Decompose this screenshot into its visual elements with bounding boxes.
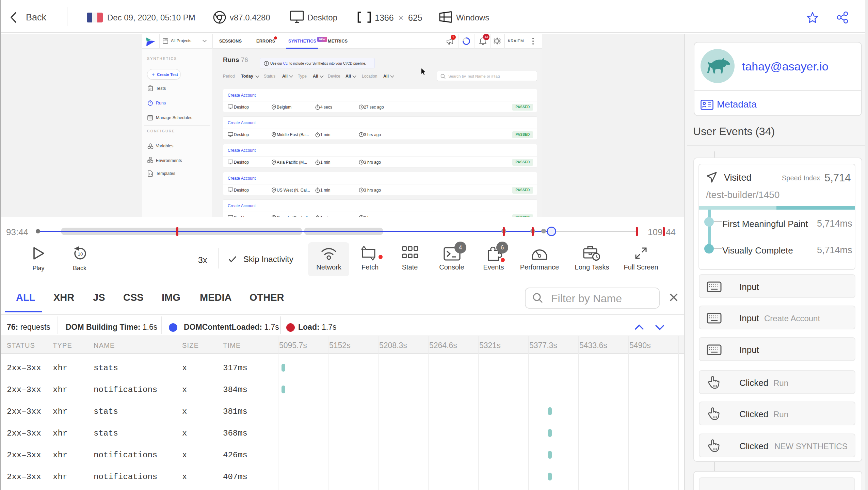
svg-text:10: 10: [78, 251, 83, 257]
